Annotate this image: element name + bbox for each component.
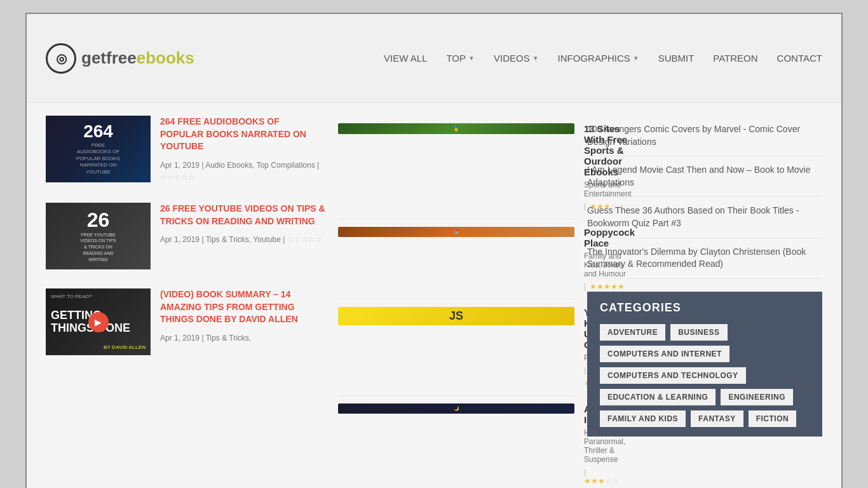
book-item: 🏅 13 Sites With Free Sports & Ourdoor Eb… (338, 116, 574, 219)
logo[interactable]: ◎ getfreeebooks (46, 43, 194, 74)
categories-section: CATEGORIES ADVENTURE BUSINESS COMPUTERS … (587, 292, 822, 437)
recent-posts: 100 Avengers Comic Covers by Marvel - Co… (587, 116, 822, 279)
nav-infographics[interactable]: INFOGRAPHICS ▼ (558, 53, 639, 64)
book-item: 📚 Poppycock Place Family and Kids, Jokes… (338, 219, 574, 299)
category-tag-business[interactable]: BUSINESS (670, 324, 727, 341)
category-tag-computers-internet[interactable]: COMPUTERS AND INTERNET (600, 346, 729, 362)
book-cover[interactable]: 🏅 (338, 123, 574, 134)
post-title[interactable]: 264 FREE AUDIOBOOKS OF POPULAR BOOKS NAR… (160, 116, 325, 153)
recent-post-item: Guess These 36 Authors Based on Their Bo… (587, 197, 822, 238)
post-title[interactable]: (VIDEO) BOOK SUMMARY – 14 AMAZING TIPS F… (160, 288, 325, 326)
recent-post-title[interactable]: I Am Legend Movie Cast Then and Now – Bo… (587, 164, 822, 189)
play-button[interactable]: ▶ (88, 312, 109, 332)
post-stars: ☆☆☆☆☆ (160, 173, 195, 182)
video-author: BY DAVID ALLEN (104, 344, 146, 350)
nav-submit[interactable]: SUBMIT (658, 53, 695, 64)
nav-contact[interactable]: CONTACT (777, 53, 822, 64)
post-meta: Apr 1, 2019 | Tips & Tricks, Youtube | ☆… (160, 234, 325, 246)
post-card: 26 FREE YOUTUBEVIDEOS ON TIPS& TRICKS ON… (46, 203, 325, 269)
post-info: 26 FREE YOUTUBE VIDEOS ON TIPS & TRICKS … (160, 203, 325, 246)
post-thumb-text: FREEAUDIOBOOKS OFPOPULAR BOOKSNARRATED O… (76, 142, 120, 175)
recent-post-item: I Am Legend Movie Cast Then and Now – Bo… (587, 156, 822, 197)
nav-patreon[interactable]: PATREON (713, 53, 757, 64)
post-date: Apr 1, 2019 (160, 334, 200, 342)
nav-top[interactable]: TOP ▼ (446, 53, 474, 64)
category-tag-education[interactable]: EDUCATION & LEARNING (600, 389, 715, 405)
post-card: WHAT TO READ? GETTING THINGS DONE ▶ BY D… (46, 288, 325, 355)
right-column: 100 Avengers Comic Covers by Marvel - Co… (587, 116, 822, 488)
middle-column: 🏅 13 Sites With Free Sports & Ourdoor Eb… (338, 116, 574, 488)
logo-text: getfreeebooks (81, 48, 194, 68)
post-card: 264 FREEAUDIOBOOKS OFPOPULAR BOOKSNARRAT… (46, 116, 325, 184)
post-categories: Audio Ebooks, Top Compilations (205, 161, 315, 170)
book-cover[interactable]: 🌙 (338, 403, 574, 414)
post-title[interactable]: 26 FREE YOUTUBE VIDEOS ON TIPS & TRICKS … (160, 203, 325, 227)
nav-videos[interactable]: VIDEOS ▼ (494, 53, 539, 64)
site-header: ◎ getfreeebooks VIEW ALL TOP ▼ VIDEOS ▼ … (27, 14, 841, 103)
post-meta: Apr 1, 2019 | Tips & Tricks, (160, 332, 325, 344)
book-cover[interactable]: JS (338, 307, 574, 325)
chevron-down-icon: ▼ (532, 55, 539, 62)
post-big-num: 264 (83, 123, 113, 140)
post-big-num: 26 (87, 210, 110, 230)
post-date: Apr 1, 2019 (160, 235, 200, 244)
category-tag-fiction[interactable]: FICTION (749, 410, 797, 427)
category-tag-computers-tech[interactable]: COMPUTERS AND TECHNOLOGY (600, 367, 746, 384)
category-tag-adventure[interactable]: ADVENTURE (600, 324, 665, 341)
left-column: 264 FREEAUDIOBOOKS OFPOPULAR BOOKSNARRAT… (46, 116, 325, 488)
recent-post-title[interactable]: 100 Avengers Comic Covers by Marvel - Co… (587, 123, 822, 148)
book-item: JS You Don't Know JS: Up & Going Program… (338, 299, 574, 396)
chevron-down-icon: ▼ (633, 55, 639, 62)
post-thumb-text: FREE YOUTUBEVIDEOS ON TIPS& TRICKS ONREA… (80, 232, 116, 263)
category-tag-fantasy[interactable]: FANTASY (691, 410, 743, 427)
post-stars: ☆☆☆☆☆ (287, 235, 322, 244)
logo-icon: ◎ (46, 43, 76, 74)
categories-title: CATEGORIES (600, 301, 810, 315)
recent-post-title[interactable]: The Innovator's Dilemma by Clayton Chris… (587, 246, 822, 271)
categories-grid: ADVENTURE BUSINESS COMPUTERS AND INTERNE… (600, 324, 810, 427)
recent-post-item: 100 Avengers Comic Covers by Marvel - Co… (587, 116, 822, 156)
post-categories: Tips & Tricks, Youtube (206, 235, 281, 244)
post-info: 264 FREE AUDIOBOOKS OF POPULAR BOOKS NAR… (160, 116, 325, 184)
recent-post-title[interactable]: Guess These 36 Authors Based on Their Bo… (587, 205, 822, 229)
main-nav: VIEW ALL TOP ▼ VIDEOS ▼ INFOGRAPHICS ▼ S… (384, 53, 822, 64)
post-info: (VIDEO) BOOK SUMMARY – 14 AMAZING TIPS F… (160, 288, 325, 344)
category-tag-engineering[interactable]: ENGINEERING (721, 389, 793, 405)
book-cover[interactable]: 📚 (338, 227, 574, 237)
chevron-down-icon: ▼ (468, 55, 475, 62)
nav-view-all[interactable]: VIEW ALL (384, 53, 427, 64)
post-categories: Tips & Tricks, (206, 334, 252, 342)
book-item: 🌙 Appliances Included Horror Fiction, Pa… (338, 396, 574, 488)
main-content: 264 FREEAUDIOBOOKS OFPOPULAR BOOKSNARRAT… (27, 103, 841, 488)
logo-ebooks: ebooks (137, 48, 194, 67)
category-tag-family[interactable]: FAMILY AND KIDS (600, 410, 686, 427)
post-thumbnail[interactable]: WHAT TO READ? GETTING THINGS DONE ▶ BY D… (46, 288, 151, 355)
post-thumbnail[interactable]: 26 FREE YOUTUBEVIDEOS ON TIPS& TRICKS ON… (46, 203, 151, 269)
post-date: Apr 1, 2019 (160, 161, 200, 170)
what-to-read-label: WHAT TO READ? (51, 294, 92, 299)
post-thumbnail[interactable]: 264 FREEAUDIOBOOKS OFPOPULAR BOOKSNARRAT… (46, 116, 151, 182)
logo-getfree: getfree (81, 48, 137, 67)
post-meta: Apr 1, 2019 | Audio Ebooks, Top Compilat… (160, 159, 325, 184)
recent-post-item: The Innovator's Dilemma by Clayton Chris… (587, 238, 822, 279)
